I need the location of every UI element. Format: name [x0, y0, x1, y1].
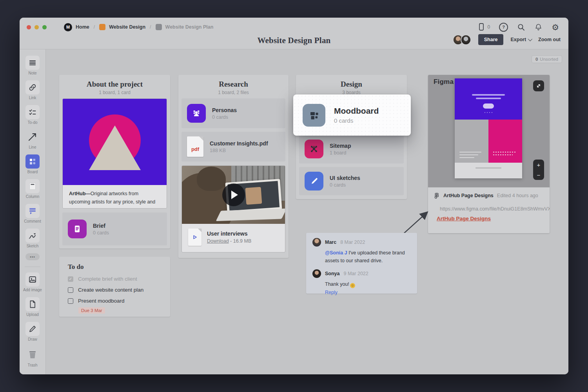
play-button[interactable] — [222, 183, 245, 206]
figma-card-footer: ArtHub Page Designs Edited 4 hours ago h… — [428, 187, 550, 233]
expand-button[interactable] — [533, 80, 544, 91]
board-title: UI sketches — [330, 175, 360, 181]
mention-link[interactable]: @Sonia J — [325, 250, 347, 256]
figma-edited-time: Edited 4 hours ago — [497, 193, 538, 198]
artwork-triangle — [89, 125, 141, 170]
preview-hero-section — [455, 78, 522, 120]
maximize-window-button[interactable] — [42, 25, 47, 29]
sidebar-item-board[interactable]: Board — [25, 154, 40, 174]
preview-footer-section — [455, 163, 522, 178]
board-row-sitemap[interactable]: Sitemap 1 board — [299, 134, 404, 163]
arthub-artwork-image — [63, 99, 167, 185]
export-label: Export — [510, 37, 526, 42]
sidebar-item-sketch[interactable]: Sketch — [25, 229, 40, 248]
sidebar-item-draw[interactable]: Draw — [25, 322, 40, 341]
minimize-window-button[interactable] — [34, 25, 39, 29]
board-row-brief[interactable]: Brief 0 cards — [62, 212, 167, 245]
checkbox-unchecked[interactable] — [68, 298, 73, 304]
file-row-pdf[interactable]: pdf Customer Insights.pdf 188 KB — [181, 132, 285, 162]
todo-item[interactable]: Present moodboard — [68, 298, 162, 304]
sidebar-item-trash[interactable]: Trash — [25, 348, 40, 367]
reply-link[interactable]: Reply — [325, 290, 411, 295]
upload-file-icon — [25, 297, 40, 311]
tool-label: Trash — [27, 363, 37, 367]
board-canvas[interactable]: Note Link To-do Line Board Column — [20, 49, 568, 374]
sidebar-item-comment[interactable]: Comment — [24, 204, 41, 223]
moodboard-drag-card[interactable]: Moodboard 0 cards — [293, 94, 411, 136]
preview-carousel-dots — [485, 112, 492, 113]
column-title: About the project — [59, 80, 170, 89]
download-link[interactable]: Download — [207, 238, 229, 244]
link-icon — [25, 80, 40, 94]
video-card[interactable]: User interviews Download - 16.9 MB — [181, 165, 285, 252]
unsorted-label: Unsorted — [540, 57, 558, 62]
sidebar-item-upload[interactable]: Upload — [25, 297, 40, 317]
person-head — [197, 167, 226, 191]
video-size: - 16.9 MB — [230, 238, 251, 244]
personas-board-icon — [187, 104, 206, 123]
todo-item[interactable]: Create website content plan — [68, 287, 162, 293]
figma-embed-card[interactable]: Figma — [428, 75, 550, 233]
todo-icon — [25, 105, 40, 119]
zoom-out-button[interactable]: Zoom out — [538, 37, 561, 42]
share-button[interactable]: Share — [478, 34, 504, 45]
column-research[interactable]: Research 1 board, 2 files Personas 0 car… — [178, 75, 289, 258]
checkbox-unchecked[interactable] — [68, 287, 73, 293]
comment-author: Sonya — [325, 271, 340, 276]
image-note-card[interactable]: ArtHub—Original artworks from upcoming a… — [62, 98, 167, 209]
board-row-ui-sketches[interactable]: UI sketches 0 cards — [299, 167, 404, 195]
collaborator-avatars[interactable] — [453, 34, 471, 45]
smile-emoji: ☺ — [350, 283, 355, 288]
settings-gear-icon[interactable]: ⚙ — [552, 23, 559, 31]
checkbox-checked[interactable]: ✓ — [68, 276, 73, 282]
help-icon[interactable]: ? — [499, 23, 508, 32]
more-tools-button[interactable]: ••• — [25, 253, 40, 260]
tool-label: Add image — [23, 288, 42, 292]
notifications-button[interactable] — [534, 23, 543, 31]
figma-doc-title: ArtHub Page Designs — [443, 193, 494, 198]
zoom-out-button[interactable]: − — [533, 170, 544, 180]
avatar — [312, 238, 321, 247]
breadcrumb-home[interactable]: Home — [76, 24, 89, 30]
app-window: M Home / Website Design / Website Design… — [20, 18, 568, 374]
video-file-icon — [188, 229, 201, 246]
search-button[interactable] — [517, 23, 525, 31]
sidebar-item-column[interactable]: Column — [25, 179, 40, 199]
sidebar-item-note[interactable]: Note — [25, 56, 40, 75]
avatar — [461, 34, 471, 45]
tool-label: Line — [29, 145, 36, 149]
board-row-personas[interactable]: Personas 0 cards — [181, 98, 285, 128]
column-design[interactable]: Design 3 boards Sitemap 1 board UI sketc… — [296, 75, 407, 199]
figma-url[interactable]: https://www.figma.com/file/hDnuiG1E8mShW… — [440, 206, 550, 212]
file-size: 188 KB — [210, 148, 268, 153]
mobile-devices-button[interactable]: 0 — [477, 23, 490, 31]
sitemap-board-icon — [305, 140, 323, 158]
sidebar-item-line[interactable]: Line — [25, 130, 40, 149]
sidebar-item-todo[interactable]: To-do — [25, 105, 40, 125]
note-text-bold: ArtHub— — [69, 191, 91, 196]
column-about-the-project[interactable]: About the project 1 board, 1 card ArtHub… — [59, 75, 170, 249]
comment-thread-card[interactable]: Marc 8 Mar 2022 @Sonia J I've uploaded t… — [306, 233, 417, 294]
todo-item[interactable]: ✓ Complete brief with client — [68, 276, 162, 282]
note-icon — [25, 56, 40, 70]
phone-icon — [477, 23, 485, 31]
figma-preview[interactable]: Figma — [428, 75, 550, 187]
figma-doc-link[interactable]: ArtHub Page Designs — [437, 216, 544, 221]
todo-card[interactable]: To do ✓ Complete brief with client Creat… — [59, 257, 170, 317]
breadcrumb: M Home / Website Design / Website Design… — [64, 23, 213, 31]
preview-button — [483, 103, 494, 109]
moodboard-board-icon — [303, 104, 325, 127]
top-bar: M Home / Website Design / Website Design… — [20, 18, 568, 49]
breadcrumb-website-design[interactable]: Website Design — [109, 24, 145, 30]
sidebar-item-add-image[interactable]: Add image — [23, 272, 42, 292]
unsorted-count: 0 — [535, 57, 538, 62]
unsorted-badge[interactable]: 0 Unsorted — [532, 55, 562, 63]
preview-pink-block — [488, 120, 522, 163]
tool-label: Upload — [26, 312, 39, 317]
tool-label: Comment — [24, 219, 41, 223]
close-window-button[interactable] — [27, 25, 31, 29]
zoom-in-button[interactable]: + — [533, 160, 544, 170]
app-logo[interactable]: M — [64, 23, 72, 31]
export-button[interactable]: Export — [510, 37, 531, 42]
sidebar-item-link[interactable]: Link — [25, 80, 40, 100]
